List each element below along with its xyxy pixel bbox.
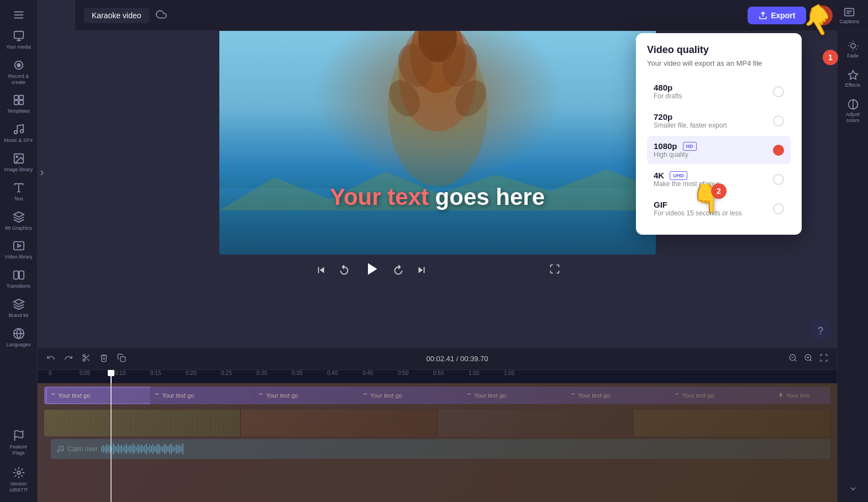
play-button[interactable] <box>361 259 381 281</box>
sidebar-label-feature-flags: Feature Flags <box>4 444 34 456</box>
video-track-clips <box>44 410 830 436</box>
fullscreen-button[interactable] <box>549 263 560 276</box>
sidebar-item-your-media[interactable]: Your media <box>2 25 36 55</box>
sidebar-label-graphics: 88 Graphics <box>5 225 32 231</box>
video-clip-2[interactable] <box>241 410 438 436</box>
sidebar-item-feature-flags[interactable]: Feature Flags <box>2 425 36 461</box>
sidebar-item-record-create[interactable]: Record & create <box>2 55 36 90</box>
playhead-ruler <box>111 370 112 383</box>
video-canvas: Your text goes here <box>219 9 656 255</box>
timeline-toolbar: 00:02.41 / 00:39.70 <box>38 348 837 370</box>
sidebar-label-your-media: Your media <box>6 44 31 50</box>
timeline-ruler: 0 0:05 0:10 0:15 0:20 0:25 0:30 0:35 0:4… <box>38 370 837 383</box>
sidebar-item-brand-kit[interactable]: Brand kit <box>2 294 36 323</box>
svg-rect-3 <box>14 31 23 39</box>
quality-gif-name: GIF <box>654 200 773 209</box>
quality-option-480p[interactable]: 480p For drafts <box>647 77 791 105</box>
quality-1080p-desc: High quality <box>654 151 773 158</box>
quality-option-gif-label: GIF For videos 15 seconds or less <box>654 200 773 217</box>
version-label: Versioncd5677f <box>9 481 27 493</box>
user-avatar[interactable] <box>813 6 833 25</box>
export-label: Export <box>771 11 795 20</box>
timeline-tracks: Your text go Your text go Your text go <box>38 383 837 502</box>
rewind-button[interactable] <box>338 264 350 276</box>
sidebar-item-templates[interactable]: Templates <box>2 89 36 119</box>
ruler-mark-5: 0:05 <box>80 370 90 376</box>
quality-option-1080p[interactable]: 1080p HD High quality <box>647 136 791 164</box>
sidebar-item-music-sfx[interactable]: Music & SFX <box>2 119 36 148</box>
text-overlay-colored: Your text <box>330 184 429 210</box>
right-adjust-colors-label: Adjust colors <box>841 112 865 124</box>
video-controls <box>315 259 560 281</box>
sidebar-label-music-sfx: Music & SFX <box>4 138 33 144</box>
time-display: 00:02.41 / 00:39.70 <box>426 355 488 363</box>
svg-line-42 <box>795 360 796 361</box>
sidebar-item-image-library[interactable]: Image library <box>2 148 36 177</box>
sidebar-right-expand[interactable] <box>849 484 858 495</box>
captions-top-label: Captions <box>839 19 859 24</box>
sidebar-right-adjust-colors[interactable]: Adjust colors <box>839 94 867 128</box>
captions-sidebar-top[interactable]: Captions <box>839 7 859 24</box>
cloud-save-icon[interactable] <box>156 9 167 22</box>
sidebar-expand-left[interactable] <box>38 168 46 179</box>
ruler-mark-35: 0:35 <box>292 370 302 376</box>
sidebar-right-fade[interactable]: Fade <box>839 36 867 63</box>
svg-line-38 <box>87 359 90 361</box>
project-title[interactable]: Karaoke video <box>84 8 149 23</box>
svg-rect-7 <box>19 96 23 99</box>
quality-option-1080p-label: 1080p HD High quality <box>654 141 773 158</box>
svg-rect-17 <box>19 271 23 279</box>
sidebar-item-languages[interactable]: Languages <box>2 323 36 352</box>
sidebar-item-graphics[interactable]: 88 Graphics <box>2 207 36 236</box>
cut-button[interactable] <box>80 351 93 366</box>
svg-line-59 <box>849 43 850 43</box>
topbar: Karaoke video Export Cap <box>75 0 868 31</box>
ruler-marks-container: 0 0:05 0:10 0:15 0:20 0:25 0:30 0:35 0:4… <box>44 370 830 383</box>
ruler-mark-100: 1:00 <box>469 370 479 376</box>
svg-line-60 <box>856 49 856 49</box>
svg-line-45 <box>810 360 812 361</box>
forward-button[interactable] <box>392 264 404 276</box>
sidebar-label-record-create: Record & create <box>4 73 34 86</box>
svg-rect-16 <box>13 271 18 279</box>
duplicate-button[interactable] <box>115 351 128 366</box>
zoom-out-button[interactable] <box>786 351 799 366</box>
playhead-head <box>108 370 114 376</box>
topbar-right: Export Captions <box>748 6 859 25</box>
sidebar-item-text[interactable]: Text <box>2 177 36 207</box>
svg-rect-40 <box>120 357 125 362</box>
sidebar-item-video-library[interactable]: Video library <box>2 235 36 265</box>
quality-480p-radio[interactable] <box>773 86 784 97</box>
sidebar-right: Captions Fade Effects <box>837 0 868 502</box>
undo-button[interactable] <box>44 351 57 366</box>
help-button[interactable]: ? <box>809 320 832 342</box>
svg-marker-14 <box>13 212 23 216</box>
svg-point-35 <box>83 355 85 357</box>
quality-1080p-radio[interactable] <box>773 145 784 156</box>
redo-button[interactable] <box>62 351 75 366</box>
skip-back-button[interactable] <box>315 264 327 276</box>
skip-forward-button[interactable] <box>415 264 428 276</box>
zoom-in-button[interactable] <box>802 351 815 366</box>
ruler-mark-30: 0:30 <box>256 370 267 376</box>
sidebar-label-video-library: Video library <box>5 254 33 260</box>
sidebar-item-transitions[interactable]: Transitions <box>2 265 36 294</box>
export-button[interactable]: Export <box>748 7 806 24</box>
quality-gif-radio[interactable] <box>773 203 784 214</box>
fit-timeline-button[interactable] <box>817 351 830 366</box>
sidebar-item-version: Versioncd5677f <box>2 462 36 498</box>
quality-option-720p-label: 720p Smaller file, faster export <box>654 112 773 129</box>
ruler-mark-40: 0:40 <box>327 370 338 376</box>
quality-option-720p[interactable]: 720p Smaller file, faster export <box>647 107 791 135</box>
svg-point-10 <box>14 131 17 134</box>
sidebar-right-effects[interactable]: Effects <box>839 65 867 92</box>
sidebar-label-text: Text <box>14 196 23 202</box>
delete-button[interactable] <box>97 351 111 366</box>
sidebar-item-hamburger[interactable] <box>2 4 36 25</box>
quality-4k-radio[interactable] <box>773 174 784 185</box>
sidebar-label-image-library: Image library <box>4 167 33 173</box>
quality-720p-radio[interactable] <box>773 115 784 126</box>
ruler-mark-50: 0:50 <box>398 370 408 376</box>
quality-4k-name: 4K UHD <box>654 171 773 180</box>
svg-rect-6 <box>14 96 18 99</box>
